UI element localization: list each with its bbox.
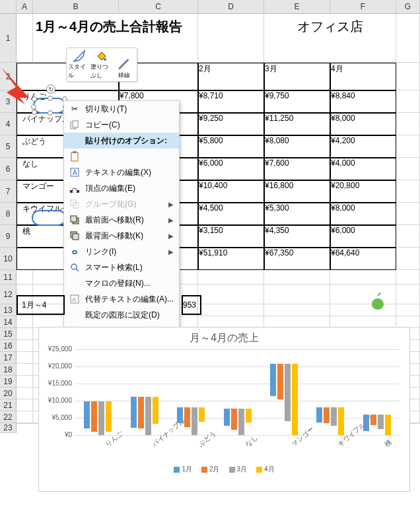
group-icon	[68, 197, 81, 211]
total-row: 1月～4 953	[17, 295, 201, 315]
svg-point-17	[71, 264, 77, 269]
apple-icon	[368, 292, 387, 310]
svg-rect-16	[73, 234, 79, 240]
total-label-cell[interactable]: 1月～4	[17, 295, 65, 315]
search-icon	[68, 261, 81, 274]
fill-label: 塗りつぶし	[90, 63, 113, 80]
svg-marker-0	[1, 67, 29, 104]
fill-button[interactable]: 塗りつぶし	[90, 50, 113, 80]
scissors-icon: ✂	[68, 102, 81, 116]
svg-line-18	[76, 269, 79, 271]
chart-title: 月～4月の売上	[39, 327, 409, 349]
ctx-copy[interactable]: コピー(C)	[64, 117, 179, 133]
ctx-back[interactable]: 最背面へ移動(K)▶	[64, 228, 179, 244]
svg-rect-5	[71, 153, 78, 161]
edit-points-icon	[68, 182, 81, 195]
ctx-front[interactable]: 最前面へ移動(R)▶	[64, 212, 179, 228]
svg-point-2	[104, 58, 106, 61]
svg-rect-14	[71, 216, 77, 222]
ctx-macro[interactable]: マクロの登録(N)...	[64, 275, 179, 291]
ctx-cut[interactable]: ✂切り取り(T)	[64, 101, 179, 117]
style-button[interactable]: スタイル	[68, 50, 90, 80]
text-edit-icon: A	[68, 166, 81, 179]
svg-rect-4	[73, 121, 78, 127]
clipboard-icon	[68, 150, 81, 163]
svg-rect-9	[70, 190, 73, 193]
red-arrow-annotation	[0, 66, 33, 106]
copy-icon	[68, 118, 81, 131]
ctx-smart[interactable]: スマート検索(L)	[64, 259, 179, 275]
svg-rect-10	[77, 190, 79, 193]
svg-text:A: A	[73, 169, 77, 176]
ctx-edit-text[interactable]: Aテキストの編集(X)	[64, 164, 179, 180]
style-label: スタイル	[68, 63, 90, 80]
mini-toolbar: スタイル 塗りつぶし 枠線	[66, 48, 137, 82]
ctx-paste-header: 貼り付けのオプション:	[64, 133, 179, 149]
border-button[interactable]: 枠線	[113, 50, 135, 80]
svg-rect-6	[73, 151, 77, 153]
ctx-paste[interactable]	[64, 149, 179, 164]
bring-front-icon	[68, 213, 81, 226]
context-menu: ✂切り取り(T) コピー(C) 貼り付けのオプション: Aテキストの編集(X) …	[63, 100, 180, 355]
border-label: 枠線	[118, 71, 130, 80]
send-back-icon	[68, 229, 81, 242]
chart-legend: 1月2月3月4月	[39, 465, 409, 474]
ctx-edit-points[interactable]: 頂点の編集(E)	[64, 180, 179, 196]
chart-plot-area: ¥0¥5,000¥10,000¥15,000¥20,000¥25,000りんごパ…	[75, 349, 400, 435]
ctx-group: グループ化(G)▶	[64, 196, 179, 212]
svg-marker-1	[74, 51, 85, 61]
total-value-cell[interactable]: 953	[182, 295, 201, 315]
link-icon	[68, 245, 81, 258]
ctx-link[interactable]: リンク(I)▶	[64, 244, 179, 259]
chart[interactable]: 月～4月の売上 ¥0¥5,000¥10,000¥15,000¥20,000¥25…	[38, 327, 410, 492]
rotation-handle[interactable]	[46, 85, 55, 94]
